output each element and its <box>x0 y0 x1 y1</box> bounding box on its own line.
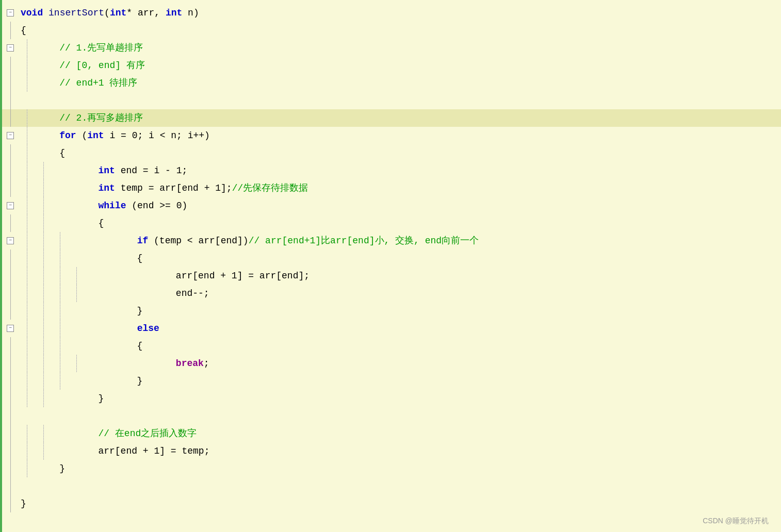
indent-vertical-line <box>43 232 44 250</box>
indent-guide <box>19 302 35 320</box>
indent-vertical-line <box>60 232 60 250</box>
vertical-line <box>10 144 11 162</box>
indent-guide <box>35 214 52 232</box>
indent-vertical-line <box>27 232 27 250</box>
code-line: int temp = arr[end + 1];//先保存待排数据 <box>2 179 781 197</box>
indent-guide <box>19 442 35 460</box>
indent-guide <box>19 355 35 372</box>
indent-guides <box>19 74 35 92</box>
indent-guides <box>19 39 35 57</box>
indent-guide <box>52 232 68 250</box>
indent-vertical-line <box>60 320 60 337</box>
indent-vertical-line <box>27 355 27 372</box>
indent-guide <box>19 425 35 442</box>
indent-vertical-line <box>27 74 27 92</box>
indent-guide <box>35 355 52 372</box>
vertical-line <box>10 22 11 39</box>
indent-vertical-line <box>43 285 44 302</box>
code-line: } <box>2 302 781 320</box>
code-line: − while (end >= 0) <box>2 197 781 214</box>
collapse-gutter: − <box>2 39 19 57</box>
collapse-button[interactable]: − <box>7 9 14 16</box>
code-line: // [0, end] 有序 <box>2 57 781 74</box>
collapse-button[interactable]: − <box>7 202 14 209</box>
collapse-gutter <box>2 179 19 197</box>
code-text: } <box>68 372 781 390</box>
code-text: for (int i = 0; i < n; i++) <box>35 127 781 144</box>
collapse-button[interactable]: − <box>7 237 14 244</box>
code-text: { <box>68 337 781 355</box>
indent-guide <box>19 372 35 390</box>
indent-guide <box>52 250 68 267</box>
indent-vertical-line <box>27 39 27 57</box>
indent-guides <box>19 109 35 127</box>
indent-vertical-line <box>43 250 44 267</box>
collapse-gutter: − <box>2 232 19 250</box>
indent-guides <box>19 285 85 302</box>
indent-guides <box>19 372 68 390</box>
indent-vertical-line <box>60 355 60 372</box>
indent-guide <box>19 162 35 179</box>
vertical-line <box>10 495 11 512</box>
collapse-gutter: − <box>2 197 19 214</box>
code-text: // 在end之后插入数字 <box>52 425 781 442</box>
collapse-button[interactable]: − <box>7 132 14 139</box>
code-text: while (end >= 0) <box>52 197 781 214</box>
indent-vertical-line <box>60 302 60 320</box>
indent-guides <box>19 425 52 442</box>
indent-guide <box>68 267 85 285</box>
indent-vertical-line <box>27 267 27 285</box>
indent-guide <box>68 285 85 302</box>
indent-guides <box>19 302 68 320</box>
indent-guide <box>35 250 52 267</box>
code-line: } <box>2 390 781 407</box>
indent-vertical-line <box>27 162 27 179</box>
indent-vertical-line <box>27 337 27 355</box>
indent-vertical-line <box>60 372 60 390</box>
indent-guide <box>35 285 52 302</box>
indent-guide <box>19 39 35 57</box>
indent-guide <box>52 355 68 372</box>
vertical-line <box>10 250 11 267</box>
collapse-gutter <box>2 495 19 512</box>
collapse-gutter <box>2 162 19 179</box>
vertical-line <box>10 425 11 442</box>
vertical-line <box>10 179 11 197</box>
code-line: − for (int i = 0; i < n; i++) <box>2 127 781 144</box>
code-line: − if (temp < arr[end])// arr[end+1]比arr[… <box>2 232 781 250</box>
code-line: − // 1.先写单趟排序 <box>2 39 781 57</box>
indent-guide <box>19 390 35 407</box>
indent-guides <box>19 250 68 267</box>
indent-vertical-line <box>27 285 27 302</box>
collapse-button[interactable]: − <box>7 325 14 332</box>
indent-guide <box>35 390 52 407</box>
collapse-gutter <box>2 407 19 425</box>
collapse-gutter <box>2 355 19 372</box>
indent-guide <box>19 144 35 162</box>
collapse-button[interactable]: − <box>7 44 14 52</box>
indent-guide <box>35 197 52 214</box>
indent-guides <box>19 214 52 232</box>
indent-vertical-line <box>43 355 44 372</box>
code-text: if (temp < arr[end])// arr[end+1]比arr[en… <box>68 232 781 250</box>
code-text: arr[end + 1] = temp; <box>52 442 781 460</box>
indent-vertical-line <box>43 267 44 285</box>
indent-guide <box>35 267 52 285</box>
code-text <box>19 407 781 425</box>
indent-guide <box>19 232 35 250</box>
collapse-gutter <box>2 477 19 495</box>
code-line: { <box>2 337 781 355</box>
vertical-line <box>10 460 11 477</box>
indent-guide <box>19 285 35 302</box>
indent-vertical-line <box>27 320 27 337</box>
collapse-gutter: − <box>2 4 19 22</box>
indent-vertical-line <box>27 425 27 442</box>
collapse-gutter: − <box>2 320 19 337</box>
code-line: { <box>2 144 781 162</box>
code-line: − else <box>2 320 781 337</box>
indent-vertical-line <box>27 214 27 232</box>
code-text: int end = i - 1; <box>52 162 781 179</box>
collapse-gutter <box>2 22 19 39</box>
vertical-line <box>10 267 11 285</box>
vertical-line <box>10 442 11 460</box>
